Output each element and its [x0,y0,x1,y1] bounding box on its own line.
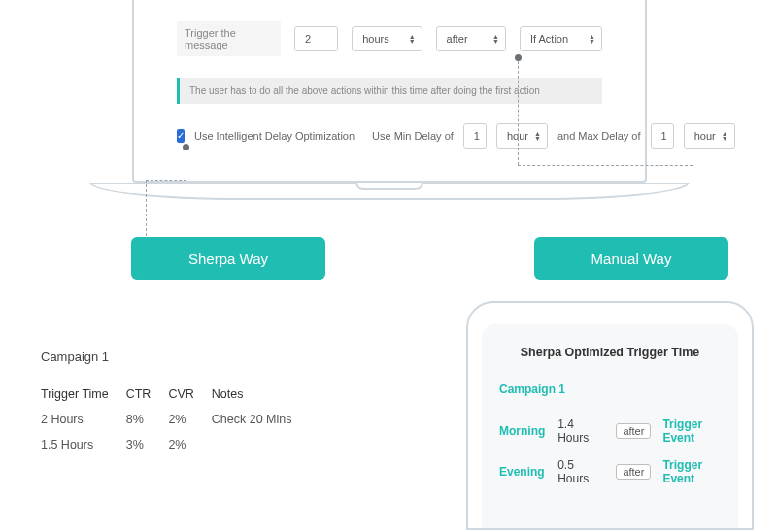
col-cvr: CVR [168,382,211,407]
connector-line [518,61,519,165]
connector-line [146,180,186,181]
delay-row: ✓ Use Intelligent Delay Optimization Use… [177,123,602,149]
hours-value: 1.4 Hours [557,417,604,445]
cell: 3% [126,432,169,457]
intelligent-delay-checkbox[interactable]: ✓ [177,129,185,143]
connector-line [693,165,693,236]
metrics-table: Trigger Time CTR CVR Notes 2 Hours 8% 2%… [41,382,310,457]
trigger-condition-select[interactable]: If Action ▲▼ [520,26,602,51]
phone-screen: Sherpa Optimized Trigger Time Campaign 1… [482,324,738,528]
sherpa-way-button[interactable]: Sherpa Way [131,237,325,280]
cell: Check 20 Mins [212,407,310,432]
stepper-icon: ▲▼ [722,131,728,141]
col-ctr: CTR [126,382,169,407]
event-label: Trigger Event [662,458,721,485]
min-delay-unit-select[interactable]: hour ▲▼ [496,123,548,149]
col-notes: Notes [212,382,310,407]
max-delay-input[interactable]: 1 [651,123,674,149]
manual-way-label: Manual Way [591,250,672,267]
after-tag: after [616,464,651,480]
period-label: Morning [499,424,546,438]
trigger-when: after [447,33,468,45]
cell: 1.5 Hours [41,432,126,457]
connector-line [518,165,693,166]
join-label: and Max Delay of [557,130,641,142]
optimized-row: Evening 0.5 Hours after Trigger Event [499,458,721,485]
cell: 2% [168,432,211,457]
trigger-count: 2 [305,33,311,45]
min-delay-value: 1 [474,130,480,142]
manual-way-button[interactable]: Manual Way [534,237,728,280]
connector-line [146,180,147,236]
campaign-table: Campaign 1 Trigger Time CTR CVR Notes 2 … [41,349,310,457]
laptop-base [89,183,690,200]
optimized-row: Morning 1.4 Hours after Trigger Event [499,417,721,445]
table-row: 1.5 Hours 3% 2% [41,432,310,457]
cell: 8% [126,407,169,432]
hours-value: 0.5 Hours [557,458,604,485]
col-trigger-time: Trigger Time [41,382,126,407]
trigger-row: Trigger the message 2 hours ▲▼ after ▲▼ … [177,21,602,56]
phone-campaign: Campaign 1 [499,382,721,396]
phone-mock: Sherpa Optimized Trigger Time Campaign 1… [466,301,754,530]
stepper-icon: ▲▼ [589,34,595,44]
stepper-icon: ▲▼ [492,34,499,44]
after-tag: after [616,423,651,439]
connector-line [186,150,186,180]
event-label: Trigger Event [662,417,721,445]
connector-dot [183,144,189,150]
stepper-icon: ▲▼ [409,34,416,44]
trigger-condition: If Action [530,33,568,45]
table-title: Campaign 1 [41,349,310,364]
min-delay-input[interactable]: 1 [463,123,487,149]
trigger-unit: hours [362,33,389,45]
table-header-row: Trigger Time CTR CVR Notes [41,382,310,407]
trigger-unit-select[interactable]: hours ▲▼ [352,26,422,51]
cell: 2 Hours [41,407,126,432]
trigger-label: Trigger the message [177,21,281,56]
cell [212,432,310,457]
info-banner: The user has to do all the above actions… [177,78,602,104]
period-label: Evening [499,465,546,479]
trigger-when-select[interactable]: after ▲▼ [436,26,506,51]
cell: 2% [168,407,211,432]
checkbox-label: Use Intelligent Delay Optimization [194,130,355,142]
laptop-screen: Trigger the message 2 hours ▲▼ after ▲▼ … [132,0,647,183]
laptop-content: Trigger the message 2 hours ▲▼ after ▲▼ … [134,0,645,168]
min-delay-label: Use Min Delay of [372,130,454,142]
phone-title: Sherpa Optimized Trigger Time [499,346,721,359]
connector-dot [515,54,522,61]
max-delay-unit: hour [694,130,716,142]
laptop-notch [355,183,423,190]
table-row: 2 Hours 8% 2% Check 20 Mins [41,407,310,432]
max-delay-value: 1 [661,130,667,142]
sherpa-way-label: Sherpa Way [188,250,268,267]
stepper-icon: ▲▼ [534,131,541,141]
trigger-count-input[interactable]: 2 [294,26,338,51]
max-delay-unit-select[interactable]: hour ▲▼ [684,123,735,149]
